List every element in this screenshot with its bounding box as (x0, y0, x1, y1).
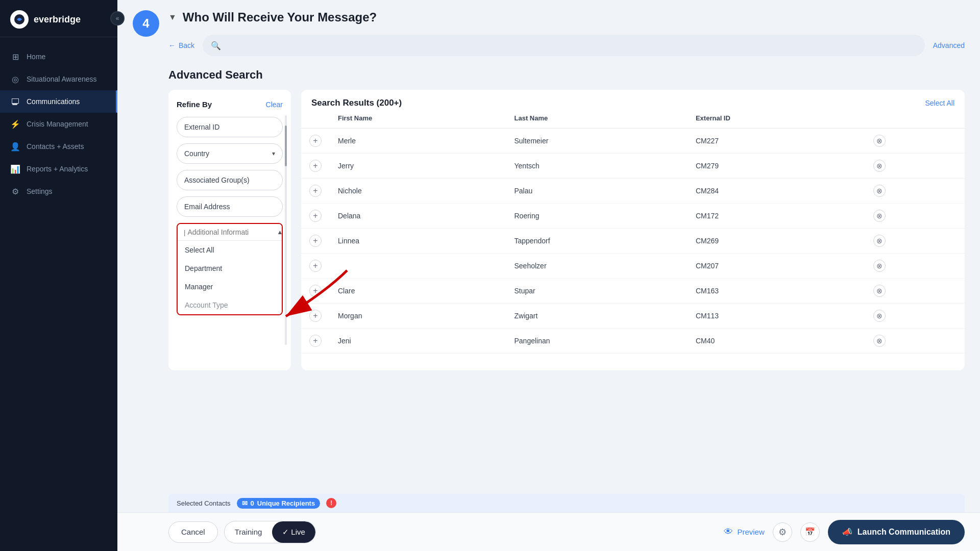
sidebar-item-contacts-assets[interactable]: 👤 Contacts + Assets (0, 135, 117, 158)
crisis-management-icon: ⚡ (10, 119, 20, 129)
additional-info-input[interactable] (187, 228, 277, 236)
communications-icon (10, 96, 20, 107)
dropdown-option-select-all[interactable]: Select All (178, 241, 282, 259)
external-id-input[interactable]: External ID (177, 117, 283, 137)
search-input[interactable] (226, 41, 917, 49)
settings-button[interactable]: ⚙ (773, 522, 792, 542)
sidebar-item-home[interactable]: ⊞ Home (0, 45, 117, 68)
preview-link[interactable]: 👁 Preview (724, 527, 764, 537)
sidebar-item-crisis-management[interactable]: ⚡ Crisis Management (0, 113, 117, 135)
remove-contact-button[interactable]: ⊗ (873, 235, 886, 247)
add-contact-button[interactable]: + (309, 335, 322, 347)
table-row: + Clare Stupar CM163 ⊗ (301, 279, 965, 304)
first-name-cell: Merle (330, 129, 506, 154)
dropdown-option-manager[interactable]: Manager (178, 278, 282, 296)
results-table: First Name Last Name External ID + Merle… (301, 108, 965, 354)
remove-cell: ⊗ (865, 154, 965, 179)
panel-scroll-thumb (285, 126, 287, 166)
first-name-cell (330, 254, 506, 279)
last-name-cell: Seeholzer (506, 254, 688, 279)
logo-icon (10, 10, 29, 29)
contacts-assets-icon: 👤 (10, 141, 20, 152)
external-id-cell: CM163 (688, 279, 865, 304)
remove-cell: ⊗ (865, 329, 965, 354)
associated-groups-input[interactable]: Associated Group(s) (177, 170, 283, 190)
remove-contact-button[interactable]: ⊗ (873, 185, 886, 197)
sidebar-item-reports-analytics[interactable]: 📊 Reports + Analytics (0, 158, 117, 180)
additional-info-filter: | ▲ Select All Department Manager Accoun… (177, 223, 283, 315)
eye-icon: 👁 (724, 527, 733, 537)
sidebar-item-label: Reports + Analytics (27, 165, 88, 173)
broadcast-icon: 📣 (842, 527, 852, 537)
email-address-filter: Email Address (177, 196, 283, 217)
remove-cell: ⊗ (865, 204, 965, 229)
app-name: everbridge (34, 14, 81, 25)
search-bar[interactable]: 🔍 (203, 35, 925, 56)
sidebar-item-label: Settings (27, 187, 53, 195)
sidebar-item-situational-awareness[interactable]: ◎ Situational Awareness (0, 68, 117, 90)
add-cell: + (301, 304, 330, 329)
external-id-cell: CM284 (688, 179, 865, 204)
sidebar-collapse-button[interactable]: « (110, 11, 125, 26)
remove-contact-button[interactable]: ⊗ (873, 160, 886, 172)
associated-groups-filter: Associated Group(s) (177, 170, 283, 190)
add-contact-button[interactable]: + (309, 135, 322, 147)
remove-contact-button[interactable]: ⊗ (873, 285, 886, 297)
add-cell: + (301, 129, 330, 154)
country-dropdown[interactable]: Country ▾ (177, 143, 283, 164)
results-scroll[interactable]: First Name Last Name External ID + Merle… (301, 108, 965, 370)
add-contact-button[interactable]: + (309, 160, 322, 172)
first-name-cell: Jeni (330, 329, 506, 354)
chevron-up-icon[interactable]: ▲ (277, 229, 283, 236)
settings-icon: ⚙ (10, 186, 20, 196)
add-contact-button[interactable]: + (309, 310, 322, 322)
clear-filter-link[interactable]: Clear (266, 101, 283, 109)
last-name-cell: Sultemeier (506, 129, 688, 154)
panel-scroll-indicator (285, 115, 287, 345)
sidebar: everbridge « ⊞ Home ◎ Situational Awaren… (0, 0, 117, 551)
country-filter: Country ▾ (177, 143, 283, 164)
add-contact-button[interactable]: + (309, 285, 322, 297)
bottom-bar: Cancel Training ✓Live 👁 Preview ⚙ 📅 📣 La… (117, 512, 980, 551)
select-all-link[interactable]: Select All (925, 99, 954, 107)
dropdown-option-department[interactable]: Department (178, 259, 282, 278)
advanced-search-title: Advanced Search (168, 68, 965, 82)
back-link[interactable]: ← Back (168, 41, 194, 49)
remove-contact-button[interactable]: ⊗ (873, 310, 886, 322)
email-address-input[interactable]: Email Address (177, 196, 283, 217)
step-badge: 4 (133, 10, 159, 37)
add-cell: + (301, 204, 330, 229)
first-name-cell: Nichole (330, 179, 506, 204)
external-id-cell: CM172 (688, 204, 865, 229)
table-header-remove (865, 108, 965, 129)
add-contact-button[interactable]: + (309, 210, 322, 222)
chevron-down-icon: ▾ (272, 150, 275, 157)
sidebar-item-label: Home (27, 53, 45, 61)
add-cell: + (301, 279, 330, 304)
mode-group: Training ✓Live (224, 521, 316, 543)
add-cell: + (301, 329, 330, 354)
live-mode-button[interactable]: ✓Live (272, 521, 315, 543)
sidebar-item-settings[interactable]: ⚙ Settings (0, 180, 117, 203)
add-contact-button[interactable]: + (309, 260, 322, 272)
content-area: ▼ Who Will Receive Your Message? ← Back … (117, 0, 980, 512)
remove-contact-button[interactable]: ⊗ (873, 210, 886, 222)
cancel-button[interactable]: Cancel (168, 521, 218, 543)
add-contact-button[interactable]: + (309, 235, 322, 247)
sidebar-item-communications[interactable]: Communications (0, 90, 117, 113)
advanced-link[interactable]: Advanced (933, 41, 965, 49)
remove-contact-button[interactable]: ⊗ (873, 260, 886, 272)
gear-icon: ⚙ (778, 527, 787, 538)
training-mode-button[interactable]: Training (225, 521, 273, 543)
calendar-button[interactable]: 📅 (800, 522, 820, 542)
table-row: + Morgan Zwigart CM113 ⊗ (301, 304, 965, 329)
dropdown-option-account-type[interactable]: Account Type (178, 296, 282, 314)
remove-cell: ⊗ (865, 179, 965, 204)
table-row: + Jeni Pangelinan CM40 ⊗ (301, 329, 965, 354)
add-contact-button[interactable]: + (309, 185, 322, 197)
remove-contact-button[interactable]: ⊗ (873, 335, 886, 347)
launch-communication-button[interactable]: 📣 Launch Communication (828, 520, 965, 544)
remove-contact-button[interactable]: ⊗ (873, 135, 886, 147)
remove-cell: ⊗ (865, 304, 965, 329)
last-name-cell: Zwigart (506, 304, 688, 329)
